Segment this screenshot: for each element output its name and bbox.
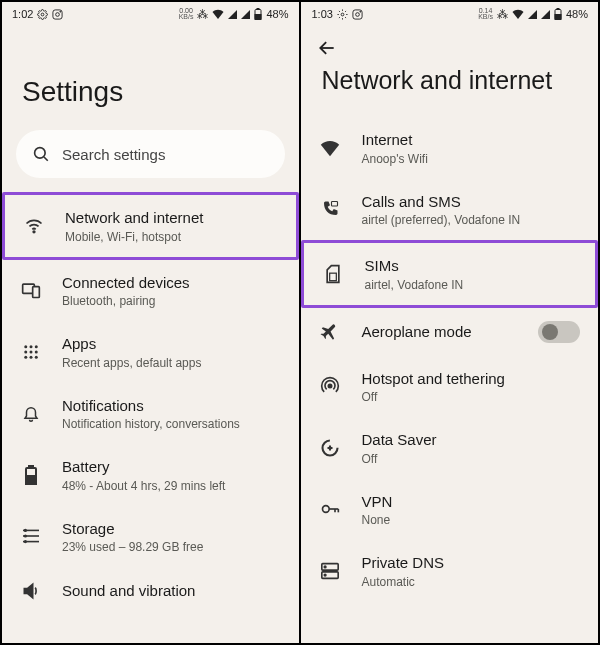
item-label: Battery (62, 457, 281, 477)
item-subtitle: Bluetooth, pairing (62, 294, 281, 308)
wifi-solid-icon (319, 137, 341, 159)
list-item-vpn[interactable]: VPNNone (301, 479, 598, 541)
svg-point-18 (24, 356, 27, 359)
settings-list: Network and internetMobile, Wi-Fi, hotsp… (2, 192, 299, 615)
item-label: Storage (62, 519, 281, 539)
list-item-sims[interactable]: SIMsairtel, Vodafone IN (301, 240, 598, 308)
phone-icon (319, 198, 341, 220)
svg-point-13 (30, 345, 33, 348)
page-title: Network and internet (301, 26, 598, 117)
list-item-internet[interactable]: InternetAnoop's Wifi (301, 117, 598, 179)
search-placeholder: Search settings (62, 146, 165, 163)
item-subtitle: airtel (preferred), Vodafone IN (361, 213, 580, 227)
net-speed: 0.00KB/s (179, 8, 194, 19)
svg-point-40 (329, 385, 332, 388)
svg-point-27 (25, 530, 27, 532)
svg-point-14 (35, 345, 38, 348)
item-label: Apps (62, 334, 281, 354)
item-label: Sound and vibration (62, 581, 281, 601)
battery-icon (20, 464, 42, 486)
back-button[interactable] (315, 36, 339, 60)
status-bar: 1:03 0.14KB/s ⁂ 48% (301, 2, 598, 26)
list-item-data-saver[interactable]: Data SaverOff (301, 417, 598, 479)
signal-icon (228, 10, 237, 19)
list-item-apps[interactable]: AppsRecent apps, default apps (2, 321, 299, 383)
item-subtitle: 23% used – 98.29 GB free (62, 540, 281, 554)
item-subtitle: Recent apps, default apps (62, 356, 281, 370)
svg-point-48 (325, 574, 327, 576)
item-subtitle: Off (361, 390, 580, 404)
svg-rect-35 (557, 8, 559, 10)
svg-point-15 (24, 350, 27, 353)
svg-rect-22 (29, 465, 33, 468)
signal-icon-2 (241, 10, 250, 19)
list-item-notifications[interactable]: NotificationsNotification history, conve… (2, 383, 299, 445)
svg-rect-11 (33, 287, 40, 298)
vpn-icon (319, 498, 341, 520)
status-bar: 1:02 0.00KB/s ⁂ 48% (2, 2, 299, 26)
bluetooth-icon: ⁂ (197, 8, 208, 21)
battery-pct: 48% (566, 8, 588, 20)
svg-rect-38 (332, 202, 338, 207)
svg-point-20 (35, 356, 38, 359)
item-label: Network and internet (65, 208, 278, 228)
svg-point-30 (341, 13, 344, 16)
battery-icon (554, 8, 562, 20)
gear-icon (37, 9, 48, 20)
network-screen: 1:03 0.14KB/s ⁂ 48% Network and internet… (301, 2, 598, 643)
svg-point-29 (25, 541, 27, 543)
bell-icon (20, 402, 42, 424)
item-subtitle: Automatic (361, 575, 580, 589)
search-input[interactable]: Search settings (16, 130, 285, 178)
svg-rect-5 (257, 8, 259, 10)
toggle-aeroplane-mode[interactable] (538, 321, 580, 343)
svg-rect-39 (330, 273, 337, 281)
hotspot-icon (319, 375, 341, 397)
instagram-icon (352, 9, 363, 20)
list-item-sound-and-vibration[interactable]: Sound and vibration (2, 567, 299, 615)
gear-icon (337, 9, 348, 20)
clock: 1:03 (311, 8, 332, 20)
svg-point-17 (35, 350, 38, 353)
list-item-network-and-internet[interactable]: Network and internetMobile, Wi-Fi, hotsp… (2, 192, 299, 260)
instagram-icon (52, 9, 63, 20)
item-subtitle: Anoop's Wifi (361, 152, 580, 166)
plane-icon (319, 321, 341, 343)
item-label: Aeroplane mode (361, 322, 518, 342)
svg-point-2 (56, 12, 60, 16)
item-subtitle: Off (361, 452, 580, 466)
list-item-private-dns[interactable]: Private DNSAutomatic (301, 540, 598, 602)
battery-icon (254, 8, 262, 20)
item-label: Private DNS (361, 553, 580, 573)
item-subtitle: Notification history, conversations (62, 417, 281, 431)
list-item-aeroplane-mode[interactable]: Aeroplane mode (301, 308, 598, 356)
svg-rect-23 (26, 476, 36, 484)
svg-point-12 (24, 345, 27, 348)
item-label: Data Saver (361, 430, 580, 450)
storage-icon (20, 525, 42, 547)
devices-icon (20, 279, 42, 301)
list-item-calls-and-sms[interactable]: Calls and SMSairtel (preferred), Vodafon… (301, 179, 598, 241)
wifi-status-icon (512, 9, 524, 19)
list-item-hotspot-and-tethering[interactable]: Hotspot and tetheringOff (301, 356, 598, 418)
item-subtitle: airtel, Vodafone IN (364, 278, 577, 292)
svg-line-8 (44, 157, 48, 161)
clock: 1:02 (12, 8, 33, 20)
svg-point-28 (25, 535, 27, 537)
list-item-connected-devices[interactable]: Connected devicesBluetooth, pairing (2, 260, 299, 322)
item-label: Hotspot and tethering (361, 369, 580, 389)
svg-point-16 (30, 350, 33, 353)
list-item-storage[interactable]: Storage23% used – 98.29 GB free (2, 506, 299, 568)
svg-point-44 (323, 506, 330, 513)
item-subtitle: 48% - About 4 hrs, 29 mins left (62, 479, 281, 493)
item-subtitle: Mobile, Wi-Fi, hotspot (65, 230, 278, 244)
signal-icon-2 (541, 10, 550, 19)
dns-icon (319, 560, 341, 582)
battery-pct: 48% (266, 8, 288, 20)
svg-point-9 (33, 231, 35, 233)
svg-point-0 (42, 13, 45, 16)
wifi-icon (23, 215, 45, 237)
svg-point-19 (30, 356, 33, 359)
list-item-battery[interactable]: Battery48% - About 4 hrs, 29 mins left (2, 444, 299, 506)
item-subtitle: None (361, 513, 580, 527)
